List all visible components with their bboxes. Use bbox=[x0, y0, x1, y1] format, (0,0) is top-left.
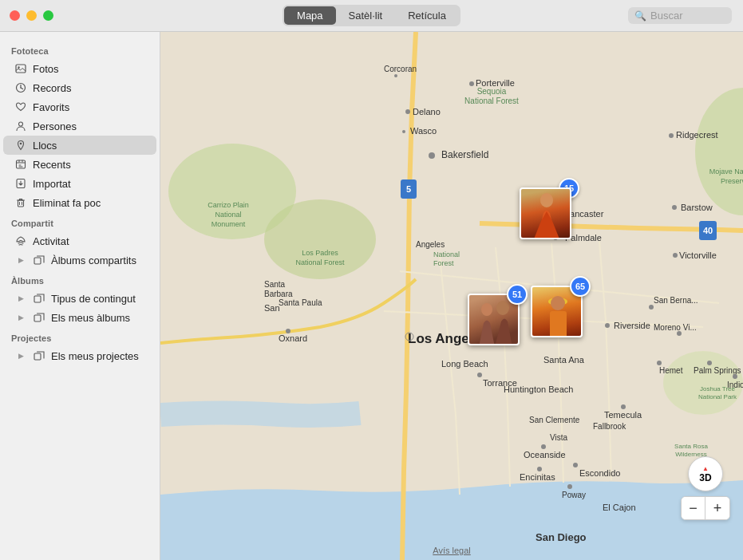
meus-projectes-label: Els meus projectes bbox=[51, 350, 139, 362]
svg-text:Carrizo Plain: Carrizo Plain bbox=[207, 201, 249, 209]
close-button[interactable] bbox=[10, 10, 20, 21]
svg-point-54 bbox=[469, 81, 474, 86]
sidebar-item-meus-albums[interactable]: ▶ Els meus àlbums bbox=[3, 308, 156, 327]
svg-rect-11 bbox=[34, 353, 41, 360]
chevron-right-projectes-icon: ▶ bbox=[14, 349, 27, 362]
sidebar-item-fotos[interactable]: Fotos bbox=[3, 59, 156, 78]
svg-text:Huntington Beach: Huntington Beach bbox=[504, 385, 573, 394]
svg-text:San Berna...: San Berna... bbox=[654, 296, 698, 305]
tab-mapa[interactable]: Mapa bbox=[284, 6, 336, 25]
svg-point-41 bbox=[541, 444, 546, 449]
sidebar-item-albums-compartits[interactable]: ▶ Àlbums compartits bbox=[3, 250, 156, 270]
sidebar-item-recents[interactable]: Recents bbox=[3, 155, 156, 174]
svg-point-100 bbox=[540, 193, 553, 207]
svg-text:National Park: National Park bbox=[698, 393, 737, 400]
svg-point-56 bbox=[405, 109, 410, 114]
albums-compartits-icon bbox=[33, 254, 45, 266]
svg-point-104 bbox=[551, 296, 565, 310]
map-background: Bakersfield Lancaster Palmdale Los Angel… bbox=[160, 32, 743, 560]
importat-icon bbox=[14, 177, 27, 190]
sidebar-item-records[interactable]: Records bbox=[3, 78, 156, 97]
meus-albums-label: Els meus àlbums bbox=[51, 312, 130, 324]
svg-point-35 bbox=[672, 205, 677, 210]
sidebar-item-tipus[interactable]: ▶ Tipus de contingut bbox=[3, 289, 156, 308]
svg-point-60 bbox=[669, 133, 674, 138]
compass-arrow-icon: ▲ bbox=[702, 465, 709, 472]
legal-link[interactable]: Avís legal bbox=[433, 546, 471, 555]
sidebar-item-meus-projectes[interactable]: ▶ Els meus projectes bbox=[3, 346, 156, 365]
svg-point-87 bbox=[733, 374, 737, 379]
3d-label: 3D bbox=[699, 472, 711, 483]
svg-text:Barstow: Barstow bbox=[681, 203, 713, 212]
cluster-badge-65: 65 bbox=[570, 276, 591, 297]
records-icon bbox=[14, 81, 27, 94]
svg-text:Vista: Vista bbox=[550, 433, 567, 442]
titlebar: Mapa Satèl·lit Retícula 🔍 Buscar bbox=[0, 0, 743, 32]
svg-text:Oceanside: Oceanside bbox=[524, 450, 566, 459]
zoom-out-button[interactable]: − bbox=[682, 497, 705, 519]
svg-point-102 bbox=[496, 301, 509, 315]
tab-satellit[interactable]: Satèl·lit bbox=[336, 6, 396, 25]
svg-text:Bakersfield: Bakersfield bbox=[441, 149, 488, 160]
tipus-icon bbox=[33, 292, 45, 305]
map-pin-15[interactable]: 15 bbox=[520, 187, 571, 239]
section-compartit: Compartit bbox=[0, 212, 160, 231]
svg-rect-9 bbox=[34, 296, 41, 302]
svg-text:Corcoran: Corcoran bbox=[384, 65, 417, 73]
svg-text:Long Beach: Long Beach bbox=[441, 359, 488, 369]
map-3d-button[interactable]: ▲ 3D bbox=[688, 456, 723, 491]
svg-text:Santa Ana: Santa Ana bbox=[543, 355, 585, 365]
search-bar[interactable]: 🔍 Buscar bbox=[628, 7, 732, 24]
svg-point-101 bbox=[481, 303, 492, 316]
svg-text:Los Padres: Los Padres bbox=[302, 249, 338, 257]
svg-text:National Forest: National Forest bbox=[464, 97, 519, 105]
svg-text:Temecula: Temecula bbox=[604, 410, 642, 420]
sidebar-item-favorits[interactable]: Favorits bbox=[3, 97, 156, 116]
svg-text:40: 40 bbox=[703, 226, 713, 235]
zoom-in-button[interactable]: + bbox=[705, 497, 729, 519]
svg-text:San Clemente: San Clemente bbox=[529, 416, 580, 424]
svg-text:San: San bbox=[264, 303, 280, 313]
maximize-button[interactable] bbox=[43, 10, 53, 21]
sidebar-item-eliminat[interactable]: Eliminat fa poc bbox=[3, 193, 156, 212]
svg-text:Santa: Santa bbox=[264, 280, 286, 289]
svg-point-1 bbox=[18, 66, 19, 68]
llocs-label: Llocs bbox=[33, 140, 57, 152]
search-icon: 🔍 bbox=[634, 10, 646, 22]
cluster-badge-51: 51 bbox=[507, 284, 528, 305]
favorits-label: Favorits bbox=[33, 101, 69, 113]
svg-point-85 bbox=[707, 361, 712, 365]
svg-point-26 bbox=[649, 305, 654, 310]
sidebar-item-activitat[interactable]: Activitat bbox=[3, 231, 156, 250]
sidebar-item-llocs[interactable]: Llocs bbox=[3, 136, 156, 155]
eliminat-icon bbox=[14, 196, 27, 209]
map-svg: Bakersfield Lancaster Palmdale Los Angel… bbox=[160, 32, 743, 560]
meus-projectes-icon bbox=[33, 349, 45, 362]
persones-label: Persones bbox=[33, 120, 77, 132]
tab-reticula[interactable]: Retícula bbox=[395, 6, 459, 25]
favorits-icon bbox=[14, 101, 27, 113]
minimize-button[interactable] bbox=[26, 10, 37, 21]
map-area[interactable]: Bakersfield Lancaster Palmdale Los Angel… bbox=[160, 32, 743, 560]
svg-text:Preserve: Preserve bbox=[721, 177, 743, 185]
svg-rect-7 bbox=[18, 200, 24, 207]
recents-icon bbox=[14, 158, 27, 171]
recents-label: Recents bbox=[33, 159, 71, 171]
main-content: Fototeca Fotos Records bbox=[0, 32, 743, 560]
records-label: Records bbox=[33, 82, 71, 94]
map-pin-65[interactable]: 65 bbox=[531, 286, 583, 337]
sidebar-item-importat[interactable]: Importat bbox=[3, 174, 156, 193]
svg-text:Wasco: Wasco bbox=[410, 126, 437, 136]
photo-thumb-orange[interactable] bbox=[520, 187, 571, 239]
svg-text:National: National bbox=[433, 250, 460, 258]
section-fototeca: Fototeca bbox=[0, 40, 160, 59]
section-projectes: Projectes bbox=[0, 327, 160, 346]
svg-text:Monument: Monument bbox=[211, 220, 246, 228]
map-controls: ▲ 3D − + bbox=[681, 456, 730, 520]
photos-icon bbox=[14, 62, 27, 75]
map-pin-51[interactable]: 51 bbox=[468, 294, 520, 345]
eliminat-label: Eliminat fa poc bbox=[33, 197, 101, 209]
svg-text:Delano: Delano bbox=[413, 107, 441, 116]
svg-point-62 bbox=[394, 74, 397, 77]
sidebar-item-persones[interactable]: Persones bbox=[3, 116, 156, 136]
